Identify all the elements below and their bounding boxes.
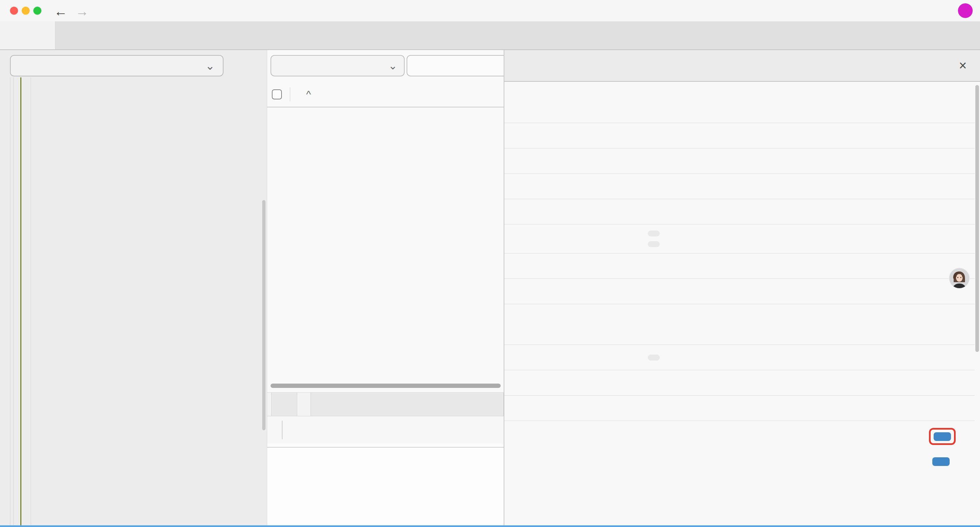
service-detail-panel: ×: [504, 50, 980, 527]
detail-body: [504, 83, 975, 527]
port-line-8080: [648, 449, 975, 474]
selector-chip: [648, 231, 660, 236]
type-row: [504, 253, 975, 279]
editor-toolbar: [267, 416, 504, 444]
close-icon[interactable]: ×: [959, 58, 967, 73]
navigator-panel-tab[interactable]: [0, 21, 56, 49]
cluster-ip-row: [504, 320, 975, 345]
zoom-window-icon[interactable]: [33, 7, 41, 15]
forward-icon[interactable]: →: [75, 4, 89, 19]
cluster-ips-row: [504, 345, 975, 370]
resource-tree: [0, 77, 267, 527]
ip-families-row: [504, 370, 975, 396]
created-row: [504, 98, 975, 123]
selector-row: [504, 224, 975, 253]
ports-label: [514, 424, 648, 434]
close-window-icon[interactable]: [10, 7, 18, 15]
kubeconfig-selector[interactable]: ⌄: [10, 55, 223, 76]
ip-family-policy-row: [504, 396, 975, 421]
editor-tab-prometheusrule[interactable]: [271, 393, 297, 416]
detail-scrollbar[interactable]: [975, 85, 979, 352]
tree-guide-line: [10, 77, 10, 527]
chevron-down-icon: ⌄: [388, 59, 397, 72]
detail-header: ×: [504, 50, 980, 82]
table-header-row: ^: [267, 82, 504, 107]
editor-tab-bar: [267, 392, 504, 416]
sort-asc-icon[interactable]: ^: [306, 89, 311, 100]
namespace-selector[interactable]: ⌄: [270, 55, 405, 76]
tree-guide-line-active: [20, 77, 21, 527]
table-search-input[interactable]: [407, 55, 504, 76]
tree-guide-line: [13, 77, 14, 527]
tree-guide-line: [31, 77, 31, 527]
session-affinity-row: [504, 279, 975, 304]
properties-section-title: [504, 83, 975, 98]
column-divider: [290, 88, 290, 101]
navigator-sidebar: ⌄: [0, 50, 267, 527]
chevron-down-icon: ⌄: [205, 59, 215, 72]
forward-button-9090[interactable]: [934, 432, 951, 441]
user-avatar[interactable]: [949, 267, 970, 290]
window-active-edge: [0, 525, 980, 527]
traffic-lights[interactable]: [10, 7, 41, 15]
namespace-row: [504, 148, 975, 174]
tab-bar-gap: [56, 21, 261, 49]
sidebar-scrollbar[interactable]: [262, 200, 266, 430]
name-row: [504, 123, 975, 148]
yaml-editor[interactable]: [267, 444, 504, 527]
notification-count-badge[interactable]: [958, 3, 973, 18]
port-line-9090: [648, 424, 975, 449]
window-titlebar: ← →: [0, 0, 980, 21]
back-icon[interactable]: ←: [54, 4, 67, 19]
selector-label: [514, 231, 648, 234]
forward-button-8080[interactable]: [932, 457, 950, 466]
editor-tab-fragment[interactable]: [310, 393, 504, 416]
toolbar-divider: [282, 420, 283, 439]
selector-chip: [648, 241, 660, 247]
minimize-window-icon[interactable]: [22, 7, 30, 15]
sidebar-header: ⌄: [0, 50, 267, 82]
ports-row: [504, 421, 975, 481]
services-list-panel: ⌄ ^: [267, 50, 504, 527]
tab-bar: [0, 21, 980, 50]
labels-row: [504, 174, 975, 199]
forward-button-highlight: [929, 428, 956, 445]
cluster-ips-chip: [648, 355, 660, 361]
filter-bar: ⌄: [267, 50, 504, 82]
horizontal-scrollbar[interactable]: [270, 384, 501, 388]
select-all-checkbox[interactable]: [272, 89, 282, 99]
connection-section-title: [504, 304, 975, 320]
annotations-row: [504, 199, 975, 224]
